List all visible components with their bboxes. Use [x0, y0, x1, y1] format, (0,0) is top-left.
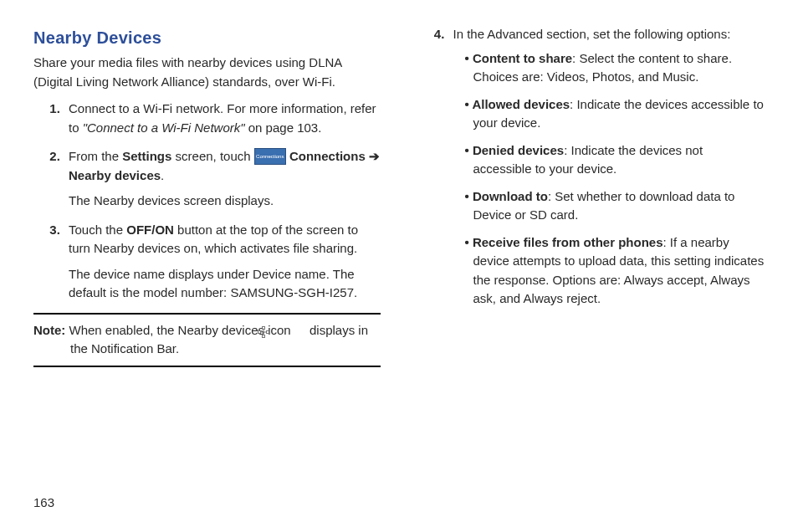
b2-label: Allowed devices [472, 97, 570, 111]
note-block: Note: When enabled, the Nearby devices i… [33, 313, 381, 367]
note-body: Note: When enabled, the Nearby devices i… [33, 321, 381, 359]
step2-connections: Connections [286, 149, 369, 163]
step-2: From the Settings screen, touch Connecti… [64, 147, 381, 211]
step-1: Connect to a Wi-Fi network. For more inf… [64, 100, 381, 137]
step3-offon: OFF/ON [126, 223, 174, 237]
step2-end: . [161, 168, 164, 182]
b3-label: Denied devices [473, 143, 564, 157]
svg-rect-3 [266, 330, 269, 333]
page-number: 163 [33, 495, 54, 509]
connections-icon: Connections [254, 148, 286, 165]
bullet-receive-files: Receive files from other phones: If a ne… [465, 233, 765, 309]
b1-label: Content to share [473, 51, 572, 65]
nearby-devices-icon [294, 325, 306, 336]
step2-settings: Settings [122, 149, 171, 163]
right-column: In the Advanced section, set the followi… [418, 25, 765, 468]
step4-bullets: Content to share: Select the content to … [453, 49, 765, 309]
svg-rect-1 [262, 335, 264, 337]
step3-a: Touch the [69, 223, 126, 237]
intro-text: Share your media files with nearby devic… [33, 54, 381, 91]
step-3: Touch the OFF/ON button at the top of th… [64, 221, 381, 303]
arrow-icon: ➔ [369, 149, 380, 163]
svg-rect-0 [262, 326, 264, 329]
step2-sub: The Nearby devices screen displays. [69, 192, 381, 211]
step2-b: screen, touch [171, 149, 253, 163]
b5-label: Receive files from other phones [473, 235, 663, 249]
bullet-allowed-devices: Allowed devices: Indicate the devices ac… [465, 95, 765, 133]
bullet-download-to: Download to: Set whether to download dat… [465, 187, 765, 225]
section-heading: Nearby Devices [33, 25, 381, 50]
svg-rect-2 [258, 330, 260, 333]
step-4: In the Advanced section, set the followi… [448, 25, 765, 309]
step2-nearby: Nearby devices [69, 168, 161, 182]
page-content: Nearby Devices Share your media files wi… [0, 0, 798, 477]
step4-intro: In the Advanced section, set the followi… [453, 27, 731, 41]
left-column: Nearby Devices Share your media files wi… [33, 25, 381, 468]
bullet-content-to-share: Content to share: Select the content to … [465, 49, 765, 87]
steps-list-left: Connect to a Wi-Fi network. For more inf… [33, 100, 381, 303]
b4-label: Download to [473, 189, 548, 203]
note-label: Note: [33, 323, 65, 337]
step1-link: "Connect to a Wi-Fi Network" [83, 120, 245, 135]
steps-list-right: In the Advanced section, set the followi… [418, 25, 765, 309]
step2-a: From the [69, 149, 122, 163]
step1-text-b: on page 103. [245, 120, 322, 135]
bullet-denied-devices: Denied devices: Indicate the devices not… [465, 141, 765, 179]
step3-sub: The device name displays under Device na… [69, 265, 381, 303]
